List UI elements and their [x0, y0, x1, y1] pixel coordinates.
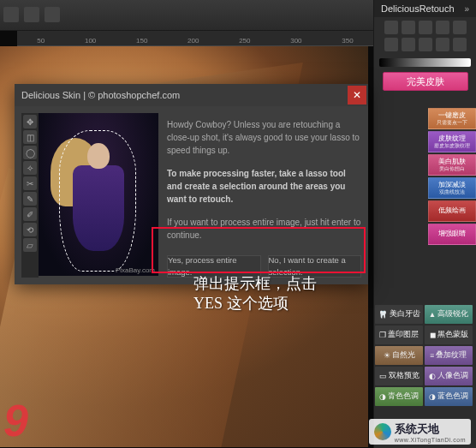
topbar-icons — [3, 7, 60, 22]
annotation-line2: YES 这个选项 — [193, 294, 317, 314]
blue-tone-button[interactable]: ◑蓝色色调 — [425, 387, 473, 406]
btn-label: 美白牙齿 — [390, 309, 420, 320]
watermark-name: 系统天地 — [395, 422, 439, 435]
watermark-badge: 系统天地 www.XiTongTianDi.com — [369, 419, 471, 445]
lasso-selection-outline — [59, 130, 136, 272]
lasso-icon[interactable]: ◯ — [23, 146, 37, 159]
dot-icon[interactable] — [436, 38, 449, 51]
lasso-icon[interactable] — [453, 21, 467, 34]
ruler-mark: 350 — [342, 37, 353, 45]
perfect-skin-button[interactable]: 完美皮肤 — [383, 72, 468, 91]
watermark-url: www.XiTongTianDi.com — [395, 437, 466, 443]
tooth-icon: 🦷 — [378, 310, 388, 319]
crop-icon[interactable]: ✂ — [23, 176, 37, 190]
btn-sub: 双曲线技法 — [439, 189, 465, 195]
mini-toolbar: ✥ ◫ ◯ ✧ ✂ ✎ ✐ ⟲ ▱ — [21, 113, 39, 278]
side-button-stack: 一键磨皮 只需要点一下 皮肤纹理 磨皮加皮肤纹理 美白肌肤 美白你想白 加深减淡… — [428, 108, 476, 245]
dialog-preview-image: PixaBay.com — [39, 113, 158, 276]
stamp-icon: ❐ — [379, 331, 386, 339]
ruler-mark: 100 — [85, 37, 96, 45]
btn-title: 皮肤纹理 — [438, 135, 466, 143]
btn-title: 增强眼睛 — [438, 230, 466, 238]
skin-texture-button[interactable]: 皮肤纹理 磨皮加皮肤纹理 — [428, 131, 476, 152]
btn-label: 盖印图层 — [388, 330, 419, 340]
tool-icon[interactable] — [45, 7, 60, 22]
annotation-line1: 弹出提示框，点击 — [193, 274, 317, 294]
brush-icon[interactable] — [436, 21, 449, 34]
advanced-sharpen-button[interactable]: ▲高级锐化 — [425, 305, 473, 324]
btn-label: 高级锐化 — [437, 309, 468, 320]
black-mask-button[interactable]: ◼黑色蒙版 — [425, 326, 473, 344]
wand-icon[interactable]: ✧ — [23, 161, 37, 175]
whiten-teeth-button[interactable]: 🦷美白牙齿 — [375, 305, 423, 324]
tool-icon[interactable] — [24, 7, 39, 22]
dodge-burn-button[interactable]: 加深减淡 双曲线技法 — [428, 177, 476, 199]
dialog-text-pane: Howdy Cowboy? Unless you are retouching … — [167, 113, 361, 278]
overlay-texture-button[interactable]: ≡叠加纹理 — [425, 346, 473, 365]
square-icon: ◼ — [430, 331, 436, 339]
circle-half-icon: ◑ — [379, 392, 386, 401]
bottom-grid-buttons: 🦷美白牙齿 ▲高级锐化 ❐盖印图层 ◼黑色蒙版 ☀自然光 ≡叠加纹理 ▭双格预览… — [373, 303, 476, 408]
double-chevron-icon[interactable]: » — [464, 4, 469, 14]
panel-tool-row — [374, 17, 476, 55]
circle-half-icon: ◐ — [429, 372, 436, 380]
eyedropper-icon[interactable]: ✎ — [23, 192, 37, 206]
panel-title: DeliciousRetouch — [381, 3, 455, 14]
brush-icon[interactable]: ✐ — [23, 207, 37, 221]
tool-icon[interactable] — [3, 7, 19, 22]
stamp-layer-button[interactable]: ❐盖印图层 — [375, 326, 423, 344]
btn-label: 青色色调 — [388, 391, 419, 402]
dot-icon[interactable] — [453, 38, 467, 51]
eraser-icon[interactable]: ▱ — [23, 238, 37, 252]
ruler-mark: 50 — [37, 37, 45, 45]
whiten-skin-button[interactable]: 美白肌肤 美白你想白 — [428, 154, 476, 176]
dialog-body: ✥ ◫ ◯ ✧ ✂ ✎ ✐ ⟲ ▱ PixaBay.com H — [15, 106, 368, 284]
rect-icon: ▭ — [379, 372, 387, 380]
portrait-tone-button[interactable]: ◐人像色调 — [425, 367, 473, 385]
btn-title: 美白肌肤 — [438, 158, 466, 166]
dual-preview-button[interactable]: ▭双格预览 — [375, 367, 423, 385]
stack-icon: ≡ — [431, 351, 435, 360]
wand-icon[interactable] — [419, 21, 432, 34]
move-icon[interactable]: ✥ — [23, 115, 37, 128]
horizontal-ruler: 50 100 150 200 250 300 350 — [17, 31, 373, 46]
gradient-strip[interactable] — [379, 58, 471, 67]
btn-sub: 只需要点一下 — [437, 120, 467, 126]
cyan-tone-button[interactable]: ◑青色色调 — [375, 387, 423, 406]
btn-title: 加深减淡 — [438, 182, 466, 189]
dot-icon[interactable] — [419, 38, 432, 51]
marquee-icon[interactable] — [384, 21, 398, 34]
annotation-text: 弹出提示框，点击 YES 这个选项 — [193, 274, 317, 314]
corner-number: 9 — [3, 395, 28, 446]
dialog-hint-text: If you want to process entire image, jus… — [167, 216, 361, 242]
sun-icon: ☀ — [384, 351, 390, 360]
btn-sub: 美白你想白 — [439, 166, 465, 172]
btn-label: 人像色调 — [437, 371, 468, 381]
circle-half-icon: ◑ — [429, 392, 436, 401]
grid-icon[interactable] — [402, 21, 415, 34]
dialog-titlebar[interactable]: Delicious Skin | © photoshopchef.com ✕ — [15, 84, 368, 106]
ruler-mark: 200 — [187, 37, 199, 45]
btn-title: 一键磨皮 — [438, 112, 466, 120]
btn-label: 黑色蒙版 — [437, 330, 468, 340]
clone-icon[interactable]: ⟲ — [23, 223, 37, 236]
marquee-icon[interactable]: ◫ — [23, 130, 37, 144]
ruler-mark: 250 — [239, 37, 250, 45]
delicious-retouch-panel: DeliciousRetouch » 完美皮肤 一键磨皮 只需要点一下 皮肤纹理… — [373, 0, 476, 448]
dropper-icon[interactable] — [384, 38, 398, 51]
low-freq-paint-button[interactable]: 低频绘画 — [428, 200, 476, 222]
natural-light-button[interactable]: ☀自然光 — [375, 346, 423, 365]
pixabay-credit: PixaBay.com — [116, 266, 155, 274]
panel-header[interactable]: DeliciousRetouch » — [374, 0, 476, 17]
enhance-eyes-button[interactable]: 增强眼睛 — [428, 224, 476, 245]
dialog-left-pane: ✥ ◫ ◯ ✧ ✂ ✎ ✐ ⟲ ▱ PixaBay.com — [21, 113, 158, 278]
close-button[interactable]: ✕ — [348, 86, 366, 105]
btn-title: 低频绘画 — [438, 207, 466, 215]
delicious-skin-dialog: Delicious Skin | © photoshopchef.com ✕ ✥… — [15, 84, 368, 284]
dialog-title-text: Delicious Skin | © photoshopchef.com — [21, 90, 180, 100]
ruler-mark: 300 — [290, 37, 301, 45]
btn-sub: 磨皮加皮肤纹理 — [434, 143, 470, 149]
btn-label: 双格预览 — [389, 371, 419, 381]
one-click-smooth-button[interactable]: 一键磨皮 只需要点一下 — [428, 108, 476, 129]
gear-icon[interactable] — [402, 38, 415, 51]
